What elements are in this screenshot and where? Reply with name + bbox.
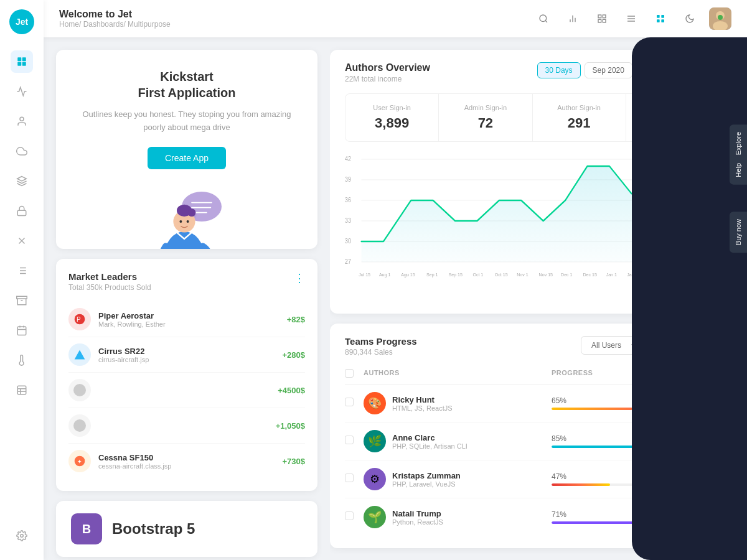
sidebar-item-analytics[interactable] xyxy=(11,80,33,103)
svg-rect-39 xyxy=(661,15,664,18)
natali-avatar: 🌱 xyxy=(364,506,386,528)
sidebar-settings xyxy=(11,521,33,551)
online-status-dot xyxy=(718,15,723,20)
stat-author-signin: Author Sign-in 291 xyxy=(533,94,626,141)
svg-rect-15 xyxy=(17,296,27,299)
grid-view-icon[interactable] xyxy=(592,9,612,29)
svg-text:Oct 1: Oct 1 xyxy=(472,272,483,278)
settings-icon[interactable] xyxy=(11,525,33,547)
stat-user-signin: User Sign-in 3,899 xyxy=(345,94,439,141)
ricky-info: Ricky Hunt HTML, JS, ReactJS xyxy=(392,395,552,412)
select-all-checkbox[interactable] xyxy=(345,369,354,378)
buy-now-tab[interactable]: Buy now xyxy=(730,212,747,253)
header-actions xyxy=(533,7,731,30)
kristaps-checkbox[interactable] xyxy=(345,474,354,482)
market-leaders-subtitle: Total 350k Products Sold xyxy=(68,283,151,292)
apps-icon[interactable] xyxy=(651,9,670,29)
svg-text:Jan 1: Jan 1 xyxy=(606,272,617,278)
svg-text:Sep 15: Sep 15 xyxy=(448,272,462,278)
svg-rect-17 xyxy=(17,327,26,335)
svg-rect-21 xyxy=(17,386,26,394)
teams-subtitle: 890,344 Sales xyxy=(345,348,417,357)
sidebar-item-users[interactable] xyxy=(11,110,33,133)
svg-text:Sep 1: Sep 1 xyxy=(426,272,438,278)
svg-text:Oct 15: Oct 15 xyxy=(495,272,508,278)
anne-checkbox[interactable] xyxy=(345,436,354,444)
svg-text:36: 36 xyxy=(345,196,351,203)
svg-text:Agu 15: Agu 15 xyxy=(401,272,415,278)
main-content: Welcome to Jet Home/ Dashboards/ Multipu… xyxy=(44,0,747,560)
svg-rect-32 xyxy=(603,15,606,18)
svg-rect-38 xyxy=(657,15,660,18)
sidebar-item-table[interactable] xyxy=(11,379,33,401)
svg-rect-1 xyxy=(22,57,26,61)
sidebar-item-close[interactable] xyxy=(11,230,33,252)
page-title: Welcome to Jet xyxy=(59,9,533,20)
anne-info: Anne Clarc PHP, SQLite, Artisan CLI xyxy=(392,433,552,450)
svg-text:27: 27 xyxy=(345,258,351,265)
bar-chart-icon[interactable] xyxy=(563,9,583,29)
breadcrumb: Home/ Dashboards/ Multipurpose xyxy=(59,20,533,29)
market-leaders-more[interactable]: ⋮ xyxy=(294,271,305,285)
help-tab[interactable]: Help xyxy=(730,156,747,185)
svg-text:33: 33 xyxy=(345,217,351,224)
market-logo-cessna: ✦ xyxy=(68,450,91,472)
ricky-avatar: 🎨 xyxy=(364,392,386,414)
app-logo[interactable]: Jet xyxy=(9,9,34,34)
market-logo-cirrus xyxy=(68,343,91,366)
tab-sep2020[interactable]: Sep 2020 xyxy=(585,62,632,78)
dark-mode-icon[interactable] xyxy=(680,9,700,29)
kickstart-card: Kickstart First Application Outlines kee… xyxy=(56,50,317,249)
svg-text:✦: ✦ xyxy=(77,459,82,465)
market-logo-item4 xyxy=(68,414,91,437)
market-leaders-title: Market Leaders xyxy=(68,271,151,282)
kristaps-info: Kristaps Zumman PHP, Laravel, VueJS xyxy=(392,471,552,488)
svg-rect-2 xyxy=(17,62,21,66)
sidebar-item-dashboard[interactable] xyxy=(11,50,33,73)
ricky-checkbox[interactable] xyxy=(345,398,354,406)
natali-checkbox[interactable] xyxy=(345,511,354,520)
kickstart-description: Outlines keep you honest. They stoping y… xyxy=(71,108,303,134)
sidebar-item-lock[interactable] xyxy=(11,200,33,222)
content-wrapper: Kickstart First Application Outlines kee… xyxy=(44,37,747,560)
sidebar-item-tools[interactable] xyxy=(11,349,33,371)
svg-text:30: 30 xyxy=(345,237,351,245)
market-info-cirrus: Cirrus SR22 cirrus-aircraft.jsp xyxy=(98,347,282,363)
svg-text:Nov 1: Nov 1 xyxy=(517,272,528,278)
authors-title: Authors Overview xyxy=(345,62,430,73)
menu-icon[interactable] xyxy=(621,9,641,29)
svg-text:P: P xyxy=(77,316,81,323)
svg-marker-66 xyxy=(75,350,85,360)
market-item-item4: +1,050$ xyxy=(68,408,305,444)
svg-rect-0 xyxy=(17,57,21,61)
svg-line-27 xyxy=(545,21,547,22)
svg-rect-34 xyxy=(603,19,606,22)
illustration: $ xyxy=(71,182,303,249)
svg-rect-40 xyxy=(657,19,660,22)
sidebar-item-calendar[interactable] xyxy=(11,319,33,342)
svg-rect-33 xyxy=(598,19,601,22)
svg-point-54 xyxy=(179,220,182,223)
svg-text:Dec 15: Dec 15 xyxy=(583,272,596,278)
sidebar-item-layers[interactable] xyxy=(11,170,33,192)
market-logo-piper: P xyxy=(68,308,91,330)
market-info-piper: Piper Aerostar Mark, Rowling, Esther xyxy=(98,311,287,328)
market-item-item3: +4500$ xyxy=(68,373,305,408)
bootstrap-banner: B Bootstrap 5 xyxy=(56,501,317,557)
users-filter-select[interactable]: All Users xyxy=(581,336,640,355)
kickstart-title: Kickstart First Application xyxy=(71,68,303,101)
svg-text:Nov 15: Nov 15 xyxy=(539,272,553,278)
svg-point-53 xyxy=(188,208,196,217)
stat-admin-signin: Admin Sign-in 72 xyxy=(439,94,532,141)
svg-text:39: 39 xyxy=(345,175,351,183)
search-icon[interactable] xyxy=(533,9,553,29)
svg-text:Aug 1: Aug 1 xyxy=(379,272,390,278)
sidebar-item-list[interactable] xyxy=(11,259,33,282)
sidebar-item-inbox[interactable] xyxy=(11,289,33,312)
tab-30days[interactable]: 30 Days xyxy=(537,62,581,78)
create-app-button[interactable]: Create App xyxy=(148,147,226,169)
avatar-container xyxy=(709,7,731,30)
sidebar-item-cloud[interactable] xyxy=(11,140,33,162)
anne-avatar: 🌿 xyxy=(364,430,386,452)
svg-point-50 xyxy=(164,231,204,249)
